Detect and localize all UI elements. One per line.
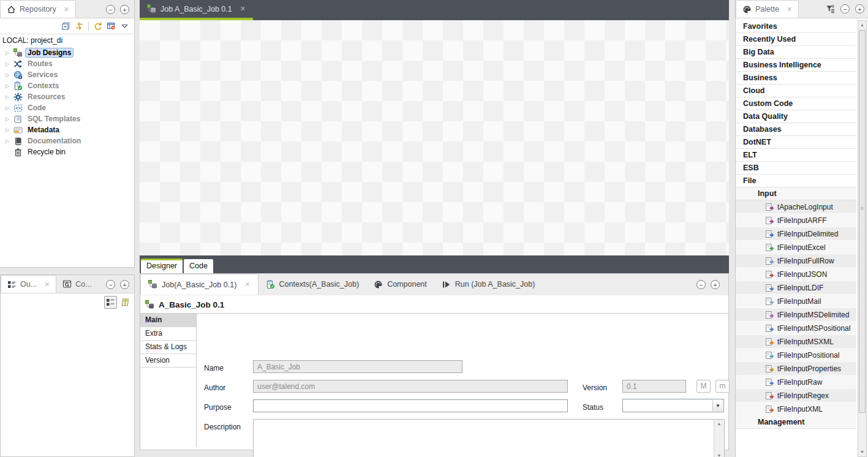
palette-section-custom-code[interactable]: Custom Code	[736, 97, 856, 110]
zoom-view-icon[interactable]	[120, 298, 129, 307]
palette-section-file[interactable]: File	[736, 175, 856, 187]
side-tab-extra[interactable]: Extra	[140, 327, 196, 341]
maximize-button[interactable]: +	[855, 4, 864, 13]
palette-component-tfileinputmspositional[interactable]: tFileInputMSPositional	[736, 322, 856, 335]
tab-code[interactable]: Code	[184, 259, 213, 273]
refresh-icon[interactable]	[93, 21, 102, 31]
tree-item-contexts[interactable]: ▷Contexts	[0, 80, 134, 91]
tree-item-code[interactable]: ▷<>Code	[0, 102, 134, 113]
collapse-all-icon[interactable]	[61, 21, 70, 31]
tree-item-documentation[interactable]: ▷Documentation	[0, 135, 134, 146]
purpose-field[interactable]	[253, 399, 568, 412]
close-icon[interactable]: ✕	[240, 5, 246, 13]
palette-component-tfileinputjson[interactable]: tFileInputJSON	[736, 268, 856, 281]
tab-contexts-a-basic-job[interactable]: Contexts(A_Basic_Job)	[259, 274, 367, 295]
tab-outline[interactable]: Ou... ✕	[1, 275, 56, 293]
close-icon[interactable]: ✕	[787, 6, 792, 13]
version-field[interactable]	[622, 380, 686, 393]
palette-section-recently-used[interactable]: Recently Used	[736, 33, 856, 46]
palette-component-tfileinputraw[interactable]: tFileInputRaw	[736, 376, 856, 389]
minimize-button[interactable]: −	[106, 5, 115, 14]
detail-view-icon[interactable]	[107, 21, 116, 31]
status-dropdown[interactable]: ▼	[622, 399, 724, 412]
author-field[interactable]	[253, 380, 568, 393]
palette-section-data-quality[interactable]: Data Quality	[736, 110, 856, 123]
side-tab-main[interactable]: Main	[140, 314, 196, 327]
tab-run-job-a-basic-job[interactable]: Run (Job A_Basic_Job)	[434, 274, 543, 295]
minimize-button[interactable]: −	[696, 280, 706, 289]
minimize-button[interactable]: −	[106, 280, 115, 289]
palette-section-business-intelligence[interactable]: Business Intelligence	[736, 59, 856, 72]
palette-component-tapacheloginput[interactable]: tApacheLogInput	[736, 200, 856, 214]
description-scrollbar[interactable]: ▲▼	[714, 420, 724, 457]
tree-item-metadata[interactable]: ▷Metadata	[0, 124, 134, 135]
expand-arrow-icon[interactable]: ▷	[4, 127, 11, 133]
filter-icon[interactable]	[826, 4, 835, 13]
chevron-down-icon[interactable]: ▼	[712, 400, 723, 411]
scrollbar-thumb[interactable]	[859, 30, 866, 413]
palette-section-big-data[interactable]: Big Data	[736, 46, 856, 59]
expand-arrow-icon[interactable]: ▷	[4, 83, 11, 89]
expand-arrow-icon[interactable]: ▷	[4, 50, 11, 56]
tab-code-viewer[interactable]: Co...	[56, 275, 97, 293]
scroll-up-icon[interactable]: ▲	[714, 420, 724, 428]
palette-component-tfileinputexcel[interactable]: tFileInputExcel	[736, 241, 856, 254]
expand-arrow-icon[interactable]: ▷	[4, 72, 11, 78]
tree-item-routes[interactable]: ▷Routes	[0, 58, 134, 69]
maximize-button[interactable]: +	[120, 5, 129, 14]
tab-job-a-basic-job-0-1[interactable]: Job(A_Basic_Job 0.1)✕	[140, 274, 259, 295]
close-icon[interactable]: ✕	[64, 6, 69, 13]
major-version-button[interactable]: M	[696, 380, 711, 393]
minimize-button[interactable]: −	[840, 4, 850, 13]
expand-arrow-icon[interactable]: ▷	[4, 116, 11, 122]
palette-section-business[interactable]: Business	[736, 72, 856, 85]
scroll-down-icon[interactable]: ▼	[714, 451, 724, 457]
close-icon[interactable]: ✕	[44, 281, 50, 289]
tab-palette[interactable]: Palette ✕	[736, 0, 799, 18]
palette-component-tfileinputarff[interactable]: tFileInputARFF	[736, 214, 856, 227]
minor-version-button[interactable]: m	[715, 380, 730, 393]
outline-view-toggle-icon[interactable]	[104, 296, 117, 309]
expand-arrow-icon[interactable]: ▷	[4, 105, 11, 111]
palette-component-tfileinputmsdelimited[interactable]: tFileInputMSDelimited	[736, 308, 856, 322]
palette-component-tfileinputfullrow[interactable]: tFileInputFullRow	[736, 254, 856, 268]
palette-section-databases[interactable]: Databases	[736, 123, 856, 136]
palette-section-favorites[interactable]: Favorites	[736, 20, 856, 33]
palette-scrollbar[interactable]: ▲ ▼	[858, 20, 867, 457]
palette-section-dotnet[interactable]: DotNET	[736, 136, 856, 149]
palette-component-tfileinputpositional[interactable]: tFileInputPositional	[736, 349, 856, 362]
expand-arrow-icon[interactable]: ▷	[4, 61, 11, 67]
scroll-up-icon[interactable]: ▲	[858, 21, 866, 29]
scroll-down-icon[interactable]: ▼	[858, 448, 866, 456]
tree-item-job-designs[interactable]: ▷Job Designs	[0, 47, 134, 58]
palette-component-tfileinputproperties[interactable]: tFileInputProperties	[736, 362, 856, 376]
palette-component-tfileinputmsxml[interactable]: tFileInputMSXML	[736, 335, 856, 349]
palette-section-management[interactable]: Management	[736, 416, 856, 429]
maximize-button[interactable]: +	[711, 280, 720, 289]
editor-tab-job[interactable]: Job A_Basic_Job 0.1 ✕	[140, 0, 253, 20]
tree-item-recycle-bin[interactable]: Recycle bin	[0, 146, 134, 157]
palette-component-tfileinputldif[interactable]: tFileInputLDIF	[736, 281, 856, 295]
tab-designer[interactable]: Designer	[141, 259, 183, 273]
tree-item-services[interactable]: ▷Services	[0, 69, 134, 80]
palette-component-tfileinputdelimited[interactable]: tFileInputDelimited	[736, 227, 856, 241]
side-tab-stats-logs[interactable]: Stats & Logs	[140, 341, 196, 354]
palette-component-tfileinputmail[interactable]: tFileInputMail	[736, 295, 856, 308]
palette-section-esb[interactable]: ESB	[736, 162, 856, 175]
tab-component[interactable]: Component	[366, 274, 434, 295]
tree-item-sql-templates[interactable]: ▷SQL Templates	[0, 113, 134, 124]
palette-section-input[interactable]: Input	[736, 187, 856, 200]
view-menu-chevron-icon[interactable]	[120, 21, 129, 31]
palette-section-cloud[interactable]: Cloud	[736, 85, 856, 97]
palette-component-tfileinputxml[interactable]: tFileInputXML	[736, 402, 856, 416]
close-icon[interactable]: ✕	[244, 281, 250, 289]
maximize-button[interactable]: +	[120, 280, 129, 289]
description-field[interactable]	[254, 420, 714, 457]
expand-arrow-icon[interactable]: ▷	[4, 138, 11, 144]
swap-branch-icon[interactable]	[75, 21, 84, 31]
palette-component-tfileinputregex[interactable]: tFileInputRegex	[736, 389, 856, 402]
tab-repository[interactable]: Repository ✕	[0, 0, 76, 18]
side-tab-version[interactable]: Version	[140, 354, 196, 368]
tree-item-resources[interactable]: ▷Resources	[0, 91, 134, 102]
name-field[interactable]	[253, 360, 462, 373]
